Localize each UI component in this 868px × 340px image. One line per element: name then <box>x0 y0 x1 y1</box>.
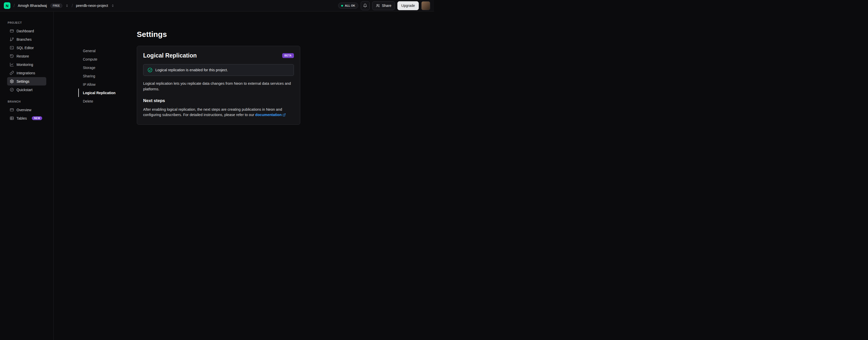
sidebar-item-sql-editor[interactable]: SQL Editor <box>7 44 46 52</box>
settings-nav: General Compute Storage Sharing IP Allow… <box>78 30 137 170</box>
sidebar-item-label: Restore <box>17 54 29 58</box>
sidebar-item-label: Quickstart <box>17 88 33 92</box>
status-badge[interactable]: ALL OK <box>338 3 358 9</box>
breadcrumb-separator: / <box>71 3 73 8</box>
share-label: Share <box>382 4 391 8</box>
settings-nav-ip-allow[interactable]: IP Allow <box>78 80 137 89</box>
breadcrumb-separator: / <box>13 3 15 8</box>
project-selector-chevron-icon[interactable] <box>111 4 115 7</box>
org-plan-badge: FREE <box>50 4 62 8</box>
sidebar-item-monitoring[interactable]: Monitoring <box>7 60 46 69</box>
settings-nav-compute[interactable]: Compute <box>78 55 137 63</box>
sidebar-item-quickstart[interactable]: Quickstart <box>7 86 46 94</box>
external-link-icon[interactable] <box>282 113 286 118</box>
upgrade-label: Upgrade <box>401 4 415 8</box>
sidebar-item-overview[interactable]: Overview <box>7 106 46 114</box>
sidebar-item-branches[interactable]: Branches <box>7 35 46 44</box>
git-branch-icon <box>10 37 14 41</box>
settings-nav-general[interactable]: General <box>78 47 137 55</box>
next-steps-title: Next steps <box>143 98 294 103</box>
table-icon <box>10 116 14 120</box>
new-badge: NEW <box>32 116 42 120</box>
sidebar-item-label: Monitoring <box>17 63 33 67</box>
terminal-window-icon <box>10 46 14 50</box>
notifications-button[interactable] <box>361 1 370 10</box>
sidebar-item-label: SQL Editor <box>17 46 34 50</box>
sidebar-section-project: PROJECT <box>0 21 53 27</box>
check-circle-icon <box>10 88 14 92</box>
page-title: Settings <box>137 30 300 39</box>
settings-nav-logical-replication[interactable]: Logical Replication <box>78 89 137 97</box>
sidebar-item-tables[interactable]: Tables NEW <box>7 114 46 122</box>
sidebar-item-label: Branches <box>17 37 32 41</box>
neon-logo[interactable]: N <box>4 2 10 9</box>
bell-icon <box>363 4 367 8</box>
settings-nav-storage[interactable]: Storage <box>78 63 137 72</box>
history-icon <box>10 54 14 58</box>
breadcrumb-project-name[interactable]: peerdb-neon-project <box>76 4 108 8</box>
users-icon <box>376 4 380 8</box>
dashboard-icon <box>10 29 14 33</box>
sidebar-item-label: Settings <box>17 79 30 83</box>
chart-line-icon <box>10 62 14 67</box>
sidebar-item-integrations[interactable]: Integrations <box>7 69 46 77</box>
topbar: N / Amogh Bharadwaj FREE / peerdb-neon-p… <box>0 0 434 11</box>
status-label: ALL OK <box>345 4 355 7</box>
sidebar-item-label: Dashboard <box>17 29 34 33</box>
beta-badge: BETA <box>282 53 294 58</box>
card-title: Logical Replication <box>143 52 197 59</box>
sidebar-item-dashboard[interactable]: Dashboard <box>7 27 46 35</box>
sidebar-item-label: Overview <box>17 108 31 112</box>
check-circle-icon <box>148 67 153 73</box>
settings-nav-sharing[interactable]: Sharing <box>78 72 137 80</box>
link-icon <box>10 71 14 75</box>
logical-replication-card: Logical Replication BETA Logical replica… <box>137 46 300 125</box>
upgrade-button[interactable]: Upgrade <box>397 1 419 10</box>
sidebar-item-restore[interactable]: Restore <box>7 52 46 60</box>
org-selector-chevron-icon[interactable] <box>65 4 69 7</box>
sidebar-item-label: Integrations <box>17 71 35 75</box>
sidebar-item-label: Tables <box>17 116 27 120</box>
card-description: Logical replication lets you replicate d… <box>143 81 294 92</box>
avatar[interactable] <box>421 1 430 10</box>
status-ok-dot <box>341 5 343 7</box>
window-icon <box>10 108 14 112</box>
documentation-link[interactable]: documentation <box>255 113 282 117</box>
settings-nav-delete[interactable]: Delete <box>78 97 137 105</box>
gear-icon <box>10 79 14 83</box>
replication-enabled-notice: Logical replication is enabled for this … <box>143 64 294 76</box>
sidebar: PROJECT Dashboard Branches SQL Editor Re… <box>0 12 54 170</box>
next-steps-paragraph: After enabling logical replication, the … <box>143 107 294 119</box>
main-content: General Compute Storage Sharing IP Allow… <box>54 12 434 170</box>
sidebar-section-branch: BRANCH <box>0 100 53 106</box>
share-button[interactable]: Share <box>372 1 395 10</box>
notice-text: Logical replication is enabled for this … <box>155 68 228 72</box>
sidebar-item-settings[interactable]: Settings <box>7 77 46 86</box>
breadcrumb-org-name[interactable]: Amogh Bharadwaj <box>18 4 47 8</box>
